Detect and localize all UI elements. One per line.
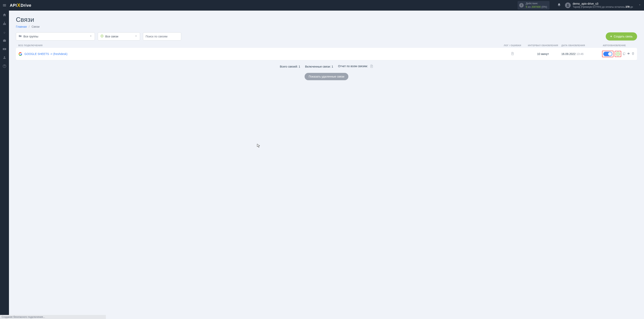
summary-report-label: Отчет по всем связям: xyxy=(338,64,373,68)
row-log[interactable] xyxy=(500,52,525,56)
notifications-icon[interactable] xyxy=(557,3,561,8)
header-left: APIXDrive xyxy=(0,0,31,10)
table-row: GOOGLE SHEETS -> (freshdesk) 10 минут 16… xyxy=(16,48,637,60)
chevron-down-icon xyxy=(134,34,138,38)
groups-dropdown[interactable]: Все группы xyxy=(16,32,95,40)
user-name: demo_apix-drive_s3 xyxy=(573,2,633,6)
sidebar-account[interactable] xyxy=(0,53,9,62)
links-dropdown[interactable]: Все связи xyxy=(98,32,140,40)
breadcrumb: Главная / Связи xyxy=(16,25,637,28)
plus-icon: + xyxy=(610,34,612,38)
svg-rect-1 xyxy=(3,24,4,25)
sidebar-billing[interactable] xyxy=(0,28,9,36)
user-text: demo_apix-drive_s3 Тариф |Премиум EXTRA|… xyxy=(573,2,633,9)
summary-enabled: Включенные связи: 1 xyxy=(305,65,333,68)
breadcrumb-home[interactable]: Главная xyxy=(16,25,27,28)
connection-name-link[interactable]: GOOGLE SHEETS -> (freshdesk) xyxy=(24,52,500,56)
copy-button[interactable] xyxy=(622,52,626,56)
report-icon[interactable] xyxy=(370,64,373,68)
actions-text: Действия: 5 из 200'000 (0%) xyxy=(526,2,547,9)
auto-update-toggle-highlight xyxy=(602,51,614,57)
dollar-icon xyxy=(3,30,6,34)
sidebar-video[interactable] xyxy=(0,45,9,53)
play-circle-icon xyxy=(100,34,104,38)
sidebar xyxy=(0,10,9,86)
document-icon xyxy=(511,52,514,55)
summary: Всего связей: 1 Включенные связи: 1 Отче… xyxy=(16,64,637,68)
settings-button[interactable] xyxy=(627,52,630,56)
copy-icon xyxy=(622,52,626,55)
briefcase-icon xyxy=(3,39,6,42)
google-icon xyxy=(18,52,22,56)
auto-update-toggle[interactable] xyxy=(603,52,612,56)
th-name: ВСЕ ПОДКЛЮЧЕНИЯ xyxy=(18,44,500,46)
svg-rect-2 xyxy=(4,24,5,25)
links-label: Все связи xyxy=(105,35,134,38)
user-icon xyxy=(3,56,6,60)
hamburger-icon xyxy=(2,3,6,7)
user-menu[interactable]: demo_apix-drive_s3 Тариф |Премиум EXTRA|… xyxy=(565,2,633,9)
th-auto: АВТООБНОВЛЕНИЕ xyxy=(594,44,635,46)
row-actions xyxy=(594,51,635,57)
breadcrumb-sep: / xyxy=(29,25,30,28)
sidebar-home[interactable] xyxy=(0,10,9,19)
home-icon xyxy=(3,13,6,17)
run-button-highlight xyxy=(615,51,621,57)
search-input[interactable] xyxy=(143,32,181,40)
logo-part1: API xyxy=(10,3,17,8)
main: Связи Главная / Связи Все группы Все свя… xyxy=(9,10,644,86)
gear-icon xyxy=(627,52,630,55)
trash-icon xyxy=(632,52,635,55)
logo-x: X xyxy=(17,2,20,8)
run-button[interactable] xyxy=(616,52,620,56)
th-date: ДАТА ОБНОВЛЕНИЯ xyxy=(561,44,594,46)
svg-rect-0 xyxy=(4,22,5,22)
sidebar-connections[interactable] xyxy=(0,19,9,28)
summary-total: Всего связей: 1 xyxy=(280,65,300,68)
delete-button[interactable] xyxy=(632,52,635,56)
th-interval: ИНТЕРВАЛ ОБНОВЛЕНИЯ xyxy=(525,44,561,46)
logo[interactable]: APIXDrive xyxy=(10,2,31,8)
svg-rect-3 xyxy=(5,24,6,25)
breadcrumb-current: Связи xyxy=(32,25,40,28)
sidebar-help[interactable] xyxy=(0,62,9,70)
connections-table: ВСЕ ПОДКЛЮЧЕНИЯ ЛОГ / ОШИБКИ ИНТЕРВАЛ ОБ… xyxy=(16,44,637,60)
create-link-button[interactable]: + Создать связь xyxy=(606,32,637,40)
youtube-icon xyxy=(3,47,6,51)
help-icon xyxy=(3,64,6,68)
actions-value: 5 из 200'000 (0%) xyxy=(526,5,547,9)
user-chevron-icon[interactable] xyxy=(638,4,641,7)
logo-part3: Drive xyxy=(20,3,31,8)
actions-box[interactable]: i Действия: 5 из 200'000 (0%) xyxy=(518,1,550,10)
user-avatar-icon xyxy=(565,2,571,8)
row-interval: 10 минут xyxy=(525,52,561,56)
create-label: Создать связь xyxy=(614,35,632,38)
table-header: ВСЕ ПОДКЛЮЧЕНИЯ ЛОГ / ОШИБКИ ИНТЕРВАЛ ОБ… xyxy=(16,44,637,46)
info-icon: i xyxy=(519,3,524,8)
folder-icon xyxy=(18,34,22,38)
sidebar-services[interactable] xyxy=(0,36,9,45)
page-title: Связи xyxy=(16,16,637,24)
show-deleted-button[interactable]: Показать удаленные связи xyxy=(304,73,348,80)
user-tariff: Тариф |Премиум EXTRA| до оплаты осталось… xyxy=(573,6,633,9)
filter-row: Все группы Все связи + Создать связь xyxy=(16,32,637,40)
th-log: ЛОГ / ОШИБКИ xyxy=(500,44,525,46)
header-right: i Действия: 5 из 200'000 (0%) demo_apix-… xyxy=(518,0,644,10)
row-date: 16.09.2022 13:46 xyxy=(561,52,594,56)
sitemap-icon xyxy=(3,22,6,25)
menu-toggle[interactable] xyxy=(0,0,9,10)
header: APIXDrive i Действия: 5 из 200'000 (0%) … xyxy=(0,0,644,10)
chevron-down-icon xyxy=(90,34,92,38)
actions-label: Действия: xyxy=(526,2,547,5)
groups-label: Все группы xyxy=(24,35,90,38)
